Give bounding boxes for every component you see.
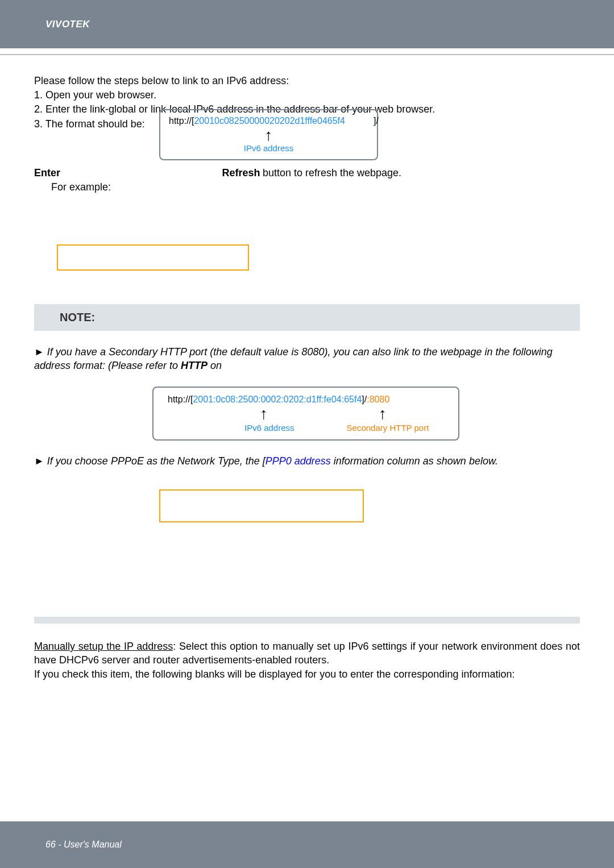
ipv6-label: IPv6 address — [169, 143, 368, 153]
url-suffix: ]/ — [374, 116, 379, 126]
pppoe-c: information column as shown below. — [331, 455, 498, 467]
step-1: 1. Open your web browser. — [34, 88, 580, 102]
d2-port-label: Secondary HTTP port — [347, 423, 429, 433]
note-title: NOTE: — [34, 304, 580, 331]
footer-bar: 66 - User's Manual — [0, 821, 614, 868]
enter-text: Enter — [34, 167, 60, 178]
footer-text: 66 - User's Manual — [45, 840, 122, 850]
note-p1c: on — [208, 360, 222, 371]
brand-text: VIVOTEK — [45, 19, 90, 30]
enter-refresh-line: Enter Refresh button to refresh the webp… — [34, 166, 580, 194]
d2-mid: ]/ — [362, 394, 367, 404]
section-divider — [34, 617, 580, 624]
d2-port: :8080 — [367, 394, 389, 404]
pppoe-a: ► If you choose PPPoE as the Network Typ… — [34, 455, 265, 467]
ipv6-port-diagram: http://[2001:0c08:2500:0002:0202:d1ff:fe… — [152, 387, 459, 441]
ipv6-address-value: 20010c08250000020202d1fffe0465f4 — [194, 116, 345, 126]
note-paragraph-1: ► If you have a Secondary HTTP port (the… — [34, 345, 580, 373]
ipv6-url-line: http://[20010c08250000020202d1fffe0465f4… — [169, 116, 368, 126]
ipv6-format-diagram: http://[20010c08250000020202d1fffe0465f4… — [159, 109, 378, 160]
d2-addr: 2001:0c08:2500:0002:0202:d1ff:fe04:65f4 — [193, 394, 362, 404]
header-divider — [0, 54, 614, 55]
up-arrow-icon: ↑ — [169, 127, 368, 143]
d2-labels: IPv6 address Secondary HTTP port — [162, 423, 450, 433]
for-example: For example: — [51, 180, 580, 194]
intro-lead: Please follow the steps below to link to… — [34, 74, 580, 88]
pppoe-b: PPP0 address — [265, 455, 331, 467]
pppoe-note: ► If you choose PPPoE as the Network Typ… — [34, 454, 580, 468]
pppoe-placeholder-box — [159, 489, 364, 522]
d2-ipv6-label: IPv6 address — [244, 423, 294, 433]
manual-title: Manually setup the IP address — [34, 641, 173, 652]
d2-prefix: http://[ — [168, 394, 193, 404]
note-block: NOTE: ► If you have a Secondary HTTP por… — [34, 304, 580, 373]
ipv6-port-url: http://[2001:0c08:2500:0002:0202:d1ff:fe… — [162, 394, 450, 405]
url-prefix: http://[ — [169, 116, 194, 126]
note-p1b: HTTP — [181, 360, 208, 371]
d2-arrows: ↑ ↑ — [162, 405, 450, 423]
header-bar: VIVOTEK — [0, 0, 614, 48]
note-p1a: ► If you have a Secondary HTTP port (the… — [34, 346, 553, 371]
example-placeholder-box — [57, 244, 249, 271]
refresh-text: Refresh — [222, 167, 260, 178]
manual-setup-block: Manually setup the IP address: Select th… — [34, 639, 580, 681]
refresh-tail: button to refresh the webpage. — [263, 167, 401, 178]
manual-t3: If you check this item, the following bl… — [34, 668, 515, 680]
up-arrow-icon: ↑ — [379, 405, 387, 423]
up-arrow-icon: ↑ — [260, 405, 268, 423]
